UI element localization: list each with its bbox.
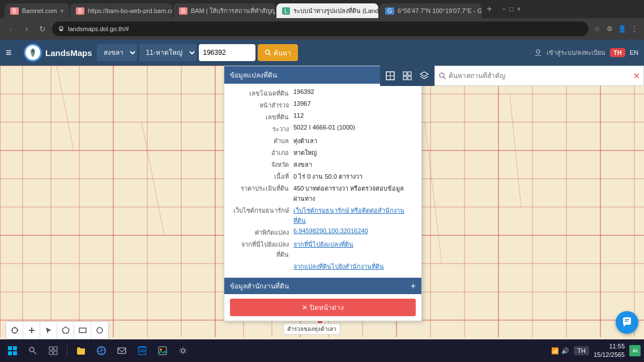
mail-icon	[117, 346, 127, 356]
link-nav-from[interactable]: จากแปลงที่ดินไปยังสำนักงานที่ดิน	[293, 261, 384, 272]
taskbar-settings[interactable]	[174, 342, 192, 360]
lang-th-badge[interactable]: TH	[610, 48, 625, 57]
map-view-default-button[interactable]	[382, 68, 398, 84]
section-expand-button[interactable]: +	[411, 281, 416, 291]
bottom-toolbar	[6, 321, 109, 339]
link-nav-to[interactable]: จากที่นี่ไปยังแปลงที่ดิน	[293, 239, 353, 260]
tab-label-1: Bamnet.com	[22, 7, 57, 14]
plus-icon	[27, 326, 36, 335]
tool-plus[interactable]	[23, 322, 40, 339]
svg-rect-76	[49, 351, 53, 355]
tool-arrow[interactable]	[40, 322, 57, 339]
taskbar-time: 11:55	[594, 342, 625, 351]
search-icon	[265, 49, 271, 56]
map-search-input[interactable]	[449, 72, 631, 80]
map-layers-button[interactable]	[416, 68, 432, 84]
ai-badge[interactable]: Ai	[629, 345, 641, 356]
district-select[interactable]: 11-หาดใหญ่	[139, 44, 197, 61]
tool-group-main	[6, 321, 109, 339]
map-search-clear-button[interactable]: ✕	[633, 71, 640, 80]
tool-polygon[interactable]	[57, 322, 74, 339]
tab-favicon-2: B	[76, 7, 84, 15]
info-row-price: ราคาประเมินที่ดิน 450 บาทต่อตารางวา หรือ…	[231, 183, 415, 204]
tab-google[interactable]: G 6°56'47.7"N 100°19'07.7"E - Goo... ×	[379, 3, 481, 18]
taskbar-windows-store[interactable]	[133, 342, 151, 360]
svg-rect-70	[8, 351, 12, 355]
tab-bam-service[interactable]: B BAM | ให้บริการสถานที่ทำสัญญา... ×	[173, 3, 275, 18]
app-container: ≡ LandsMaps สงขลา 11-หาดใหญ่	[0, 40, 644, 362]
tab-favicon-3: B	[179, 7, 187, 15]
info-row-area: เนื้อที่ 0 ไร่ 0 งาน 50.0 ตารางวา	[231, 171, 415, 182]
office-section-title: ข้อมูลสำนักงานที่ดิน	[230, 281, 289, 291]
info-row-amphoe: อำเภอ หาดใหญ่	[231, 148, 415, 158]
circle-icon	[95, 326, 104, 335]
tool-circle[interactable]	[91, 322, 108, 339]
tab-bam-bo[interactable]: B https://bam-bo-web-prd.bam.co... ×	[70, 3, 172, 18]
search-button[interactable]: ค้นหา	[258, 44, 298, 61]
svg-line-37	[57, 66, 74, 150]
search-land-input[interactable]	[199, 44, 255, 61]
value-tambon: ทุ่งต้าเลา	[293, 136, 415, 146]
svg-line-73	[34, 352, 37, 355]
menu-icon[interactable]: ⋮	[629, 24, 639, 34]
map-area[interactable]: ข้อมูลแปลงที่ดิน − เลขโฉนดที่ดิน 196392 …	[0, 66, 644, 362]
start-button[interactable]	[3, 342, 22, 360]
taskbar-clock[interactable]: 11:55 15/12/2565	[594, 342, 625, 360]
refresh-button[interactable]: ↻	[36, 23, 49, 35]
nav-dropdowns: สงขลา 11-หาดใหญ่ ค้นหา	[97, 44, 530, 61]
tab-landsmaps[interactable]: L ระบบนำทางรูปแปลงที่ดิน (LandsMaps... ×	[276, 3, 378, 18]
store-icon	[137, 346, 147, 356]
tab-label-5: 6°56'47.7"N 100°19'07.7"E - Goo...	[398, 7, 481, 14]
bookmark-icon[interactable]: ☆	[592, 24, 602, 34]
logo-circle	[24, 44, 42, 62]
svg-rect-69	[13, 346, 17, 350]
tab-bamnet[interactable]: B Bamnet.com ×	[5, 3, 69, 18]
tab-label-2: https://bam-bo-web-prd.bam.co...	[88, 7, 172, 14]
task-view-icon	[49, 346, 58, 355]
back-button[interactable]: ‹	[5, 23, 17, 35]
task-view-button[interactable]	[44, 342, 62, 360]
close-window-button[interactable]: ✕ ปิดหน้าต่าง	[230, 299, 416, 316]
folder-icon	[76, 346, 86, 356]
app-title: LandsMaps	[45, 48, 92, 58]
value-land-number: 196392	[293, 88, 415, 98]
taskbar-file-explorer[interactable]	[72, 342, 90, 360]
close-browser-button[interactable]: ×	[517, 5, 521, 13]
svg-rect-75	[54, 347, 57, 350]
lang-en-badge[interactable]: EN	[630, 49, 638, 56]
chat-bubble-button[interactable]	[616, 311, 638, 334]
tool-crosshair[interactable]	[6, 322, 23, 339]
maximize-button[interactable]: □	[509, 5, 513, 13]
link-website[interactable]: เว็บไซต์กรมธนารักษ์ หรือติดต่อสำนักงานที…	[293, 205, 415, 226]
settings-icon	[178, 346, 188, 356]
forward-button[interactable]: ›	[20, 23, 33, 35]
label-price: ราคาประเมินที่ดิน	[231, 183, 293, 204]
taskbar-language[interactable]: TH	[574, 346, 589, 355]
svg-rect-49	[403, 72, 407, 75]
tool-rectangle[interactable]	[74, 322, 91, 339]
link-coords[interactable]: 6.94598290,100.32016240	[293, 227, 368, 238]
province-select[interactable]: สงขลา	[97, 44, 137, 61]
info-row-province: จังหวัด สงขลา	[231, 160, 415, 170]
taskbar-date: 15/12/2565	[594, 351, 625, 359]
nav-right: เข้าสู่ระบบ/ลงทะเบียน TH EN	[534, 48, 638, 58]
extensions-icon[interactable]: ⚙	[604, 24, 615, 34]
taskbar-mail[interactable]	[113, 342, 131, 360]
url-box[interactable]: landsmaps.dol.go.th/#	[52, 21, 588, 36]
map-grid-button[interactable]	[399, 68, 415, 84]
profile-icon[interactable]: 👤	[617, 24, 627, 34]
svg-rect-50	[408, 72, 411, 75]
info-row-website: เว็บไซต์กรมธนารักษ์ เว็บไซต์กรมธนารักษ์ …	[231, 205, 415, 226]
info-panel-title: ข้อมูลแปลงที่ดิน	[230, 70, 277, 80]
hamburger-menu[interactable]: ≡	[6, 47, 19, 59]
svg-rect-84	[159, 347, 167, 355]
taskbar-browser[interactable]	[92, 342, 110, 360]
taskbar-photos[interactable]	[153, 342, 172, 360]
taskbar-search[interactable]	[24, 342, 42, 360]
taskbar-system-icons: 📶 🔊	[551, 347, 569, 355]
login-text[interactable]: เข้าสู่ระบบ/ลงทะเบียน	[547, 48, 605, 58]
minimize-button[interactable]: −	[502, 5, 506, 13]
search-taskbar-icon	[28, 346, 37, 355]
tab-close-1[interactable]: ×	[60, 8, 63, 14]
new-tab-button[interactable]: +	[483, 2, 496, 16]
